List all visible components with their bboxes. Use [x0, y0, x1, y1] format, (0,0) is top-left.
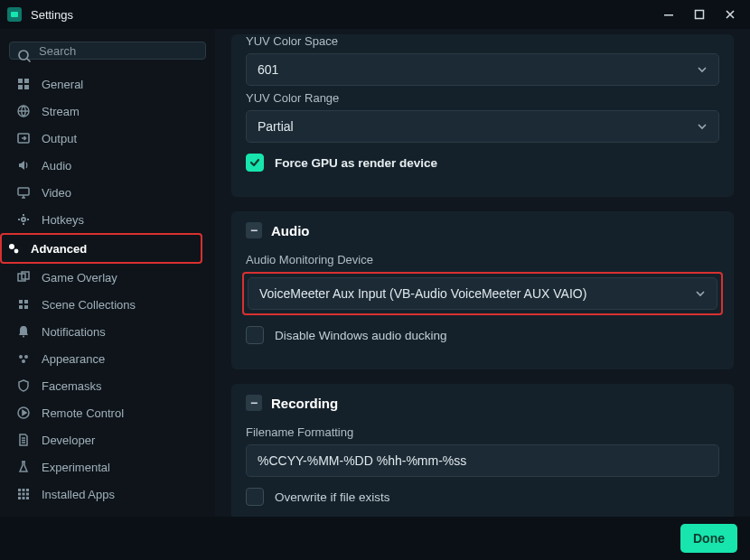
yuv-color-space-select[interactable]: 601 [246, 53, 719, 86]
svg-rect-27 [18, 493, 21, 496]
yuv-color-space-value: 601 [258, 62, 278, 77]
monitor-icon [16, 186, 31, 199]
svg-rect-4 [18, 79, 23, 83]
audio-section-title: Audio [271, 223, 310, 238]
force-gpu-checkbox-row[interactable]: Force GPU as render device [246, 154, 719, 172]
svg-rect-0 [11, 12, 18, 17]
sidebar-item-output[interactable]: Output [9, 125, 206, 152]
audio-monitoring-device-label: Audio Monitoring Device [246, 253, 719, 266]
sidebar-item-label: Notifications [42, 325, 106, 339]
svg-rect-7 [24, 85, 29, 89]
apps-icon [16, 488, 31, 500]
shield-icon [16, 379, 31, 392]
sidebar-item-installed-apps[interactable]: Installed Apps [9, 481, 206, 508]
sidebar-item-facemasks[interactable]: Facemasks [9, 372, 206, 399]
sidebar-item-remote-control[interactable]: Remote Control [9, 399, 206, 426]
sidebar-item-developer[interactable]: Developer [9, 426, 206, 453]
sidebar-item-notifications[interactable]: Notifications [9, 318, 206, 345]
minimize-button[interactable] [663, 9, 674, 20]
sidebar-item-label: Game Overlay [42, 271, 117, 285]
filename-formatting-input[interactable]: %CCYY-%MM-%DD %hh-%mm-%ss [246, 444, 719, 477]
sidebar-item-video[interactable]: Video [9, 179, 206, 206]
disable-ducking-checkbox-row[interactable]: Disable Windows audio ducking [246, 326, 719, 344]
svg-rect-29 [26, 493, 29, 496]
sidebar-item-label: Facemasks [42, 379, 101, 393]
sidebar-item-stream[interactable]: Stream [9, 98, 206, 125]
audio-monitoring-device-select[interactable]: VoiceMeeter Aux Input (VB-Audio VoiceMee… [248, 277, 717, 310]
sidebar-item-experimental[interactable]: Experimental [9, 453, 206, 481]
sidebar-item-label: Hotkeys [42, 213, 84, 227]
sidebar-item-label: Experimental [42, 461, 110, 474]
svg-rect-26 [26, 489, 29, 491]
sidebar-item-appearance[interactable]: Appearance [9, 345, 206, 372]
svg-rect-17 [19, 305, 23, 309]
disable-ducking-checkbox[interactable] [246, 326, 264, 344]
collapse-button[interactable]: − [246, 222, 262, 238]
main-content[interactable]: YUV Color Space 601 YUV Color Range Part… [215, 29, 750, 517]
volume-icon [16, 159, 31, 172]
sidebar-item-scene-collections[interactable]: Scene Collections [9, 291, 206, 318]
sidebar: GeneralStreamOutputAudioVideoHotkeysAdva… [0, 29, 215, 517]
svg-point-20 [19, 355, 23, 359]
svg-rect-15 [19, 300, 23, 303]
collapse-button[interactable]: − [246, 395, 262, 411]
sidebar-item-advanced[interactable]: Advanced [0, 233, 202, 264]
force-gpu-checkbox[interactable] [246, 154, 264, 172]
gears-icon [7, 242, 20, 255]
sidebar-item-label: Stream [42, 105, 80, 118]
svg-rect-25 [23, 489, 25, 491]
globe-icon [16, 105, 31, 117]
sidebar-item-label: Remote Control [42, 406, 124, 420]
maximize-button[interactable] [694, 9, 705, 20]
search-icon [17, 49, 32, 63]
svg-point-3 [19, 51, 28, 60]
flask-icon [16, 461, 31, 473]
arrow-right-box-icon [16, 132, 31, 145]
yuv-color-range-select[interactable]: Partial [246, 110, 719, 143]
yuv-color-space-label: YUV Color Space [246, 34, 719, 48]
svg-rect-6 [18, 85, 23, 89]
overwrite-checkbox[interactable] [246, 488, 264, 506]
filename-formatting-value: %CCYY-%MM-%DD %hh-%mm-%ss [258, 453, 466, 468]
app-icon [7, 7, 22, 22]
svg-rect-28 [23, 493, 25, 496]
close-button[interactable] [725, 9, 736, 20]
gear-icon [16, 213, 31, 226]
collection-icon [16, 298, 31, 311]
palette-icon [16, 352, 31, 365]
svg-rect-18 [24, 305, 28, 309]
sidebar-item-label: General [42, 78, 83, 91]
overwrite-checkbox-row[interactable]: Overwrite if file exists [246, 488, 719, 506]
audio-monitoring-device-value: VoiceMeeter Aux Input (VB-Audio VoiceMee… [259, 286, 586, 301]
doc-icon [16, 434, 31, 446]
yuv-color-range-value: Partial [258, 119, 294, 134]
overlay-icon [16, 271, 31, 284]
sidebar-item-label: Appearance [42, 352, 105, 366]
search-input[interactable] [9, 42, 206, 60]
play-circle-icon [16, 406, 31, 419]
sidebar-item-hotkeys[interactable]: Hotkeys [9, 206, 206, 233]
chevron-down-icon [697, 64, 708, 75]
svg-point-22 [22, 359, 25, 363]
svg-rect-31 [23, 497, 25, 499]
footer: Done [0, 517, 750, 560]
video-settings-section: YUV Color Space 601 YUV Color Range Part… [231, 34, 734, 197]
sidebar-item-label: Audio [42, 159, 71, 173]
sidebar-item-label: Scene Collections [42, 298, 136, 312]
recording-section-title: Recording [271, 396, 338, 411]
sidebar-item-general[interactable]: General [9, 70, 206, 98]
svg-rect-32 [26, 497, 29, 499]
sidebar-item-label: Developer [42, 434, 95, 447]
sidebar-item-label: Advanced [31, 242, 87, 256]
sidebar-item-audio[interactable]: Audio [9, 152, 206, 179]
sidebar-item-game-overlay[interactable]: Game Overlay [9, 264, 206, 291]
svg-rect-10 [18, 188, 29, 195]
title-bar: Settings [0, 0, 750, 29]
done-button[interactable]: Done [680, 524, 737, 553]
sidebar-item-label: Video [42, 186, 71, 200]
filename-formatting-label: Filename Formatting [246, 425, 719, 439]
overwrite-label: Overwrite if file exists [275, 490, 390, 504]
svg-rect-16 [24, 300, 28, 303]
search-field[interactable] [37, 43, 205, 59]
svg-point-21 [24, 355, 28, 359]
